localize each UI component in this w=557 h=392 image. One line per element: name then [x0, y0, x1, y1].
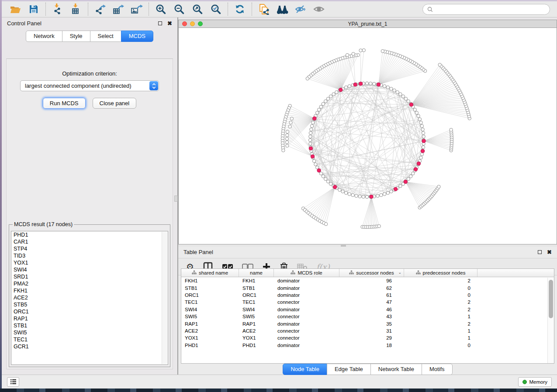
task-history-button[interactable] — [7, 377, 19, 387]
mcds-result-item[interactable]: YOX1 — [11, 259, 168, 266]
table-cell[interactable]: PHD1 — [239, 343, 274, 348]
table-cell[interactable]: 1 — [404, 314, 477, 319]
table-cell[interactable]: connector — [274, 328, 339, 334]
run-mcds-button[interactable]: Run MCDS — [43, 98, 86, 109]
save-session-icon[interactable] — [24, 2, 43, 16]
vertical-splitter-handle[interactable] — [174, 196, 178, 202]
network-window-titlebar[interactable]: YPA_prune.txt_1 — [178, 20, 557, 28]
table-row[interactable]: YOX1YOX1connector291 — [181, 334, 554, 341]
tab-motifs[interactable]: Motifs — [422, 364, 453, 375]
tab-edge-table[interactable]: Edge Table — [327, 364, 371, 375]
result-list-scrollbar[interactable] — [162, 232, 167, 364]
table-cell[interactable]: STB1 — [239, 285, 274, 291]
criterion-dropdown[interactable]: largest connected component (undirected) — [20, 80, 159, 91]
table-cell[interactable]: STB1 — [181, 285, 239, 291]
table-cell[interactable]: 2 — [404, 321, 477, 327]
table-cell[interactable]: dominator — [274, 292, 339, 298]
mcds-result-item[interactable]: PMA2 — [11, 280, 168, 287]
tab-network-table[interactable]: Network Table — [370, 364, 422, 375]
column-header-shared-name[interactable]: shared name — [181, 269, 239, 277]
mcds-result-item[interactable]: FKH1 — [11, 287, 168, 294]
hide-selected-icon[interactable] — [291, 2, 310, 16]
zoom-fit-icon[interactable] — [188, 2, 207, 16]
table-cell[interactable]: dominator — [274, 285, 339, 291]
table-row[interactable]: SWI4SWI4dominator462 — [181, 306, 554, 313]
table-row[interactable]: SWI5SWI5connector431 — [181, 313, 554, 320]
table-cell[interactable]: 18 — [339, 343, 404, 348]
table-cell[interactable]: 2 — [404, 307, 477, 312]
close-panel-icon[interactable]: ✖ — [167, 21, 172, 26]
table-cell[interactable]: ACE2 — [181, 328, 239, 334]
table-row[interactable]: TEC1TEC1connector472 — [181, 299, 554, 306]
table-cell[interactable]: RAP1 — [181, 321, 239, 327]
mcds-result-item[interactable]: RAP1 — [11, 315, 168, 322]
table-cell[interactable]: SWI4 — [239, 307, 274, 312]
table-row[interactable]: STB1STB1dominator620 — [181, 284, 554, 291]
table-cell[interactable]: FKH1 — [181, 278, 239, 283]
table-cell[interactable]: 35 — [339, 321, 404, 327]
close-panel-button[interactable]: Close panel — [93, 98, 137, 109]
table-cell[interactable]: 0 — [404, 292, 477, 298]
table-row[interactable]: ACE2ACE2connector311 — [181, 327, 554, 334]
mcds-result-item[interactable]: TID3 — [11, 252, 168, 259]
table-cell[interactable]: 1 — [404, 328, 477, 334]
mcds-result-item[interactable]: STB5 — [11, 301, 168, 308]
table-cell[interactable]: dominator — [274, 321, 339, 327]
tab-select[interactable]: Select — [90, 31, 121, 42]
table-cell[interactable]: dominator — [274, 278, 339, 283]
mcds-result-item[interactable]: ACE2 — [11, 294, 168, 301]
table-cell[interactable]: TEC1 — [239, 299, 274, 305]
table-cell[interactable]: 1 — [404, 335, 477, 340]
table-cell[interactable]: connector — [274, 314, 339, 319]
table-cell[interactable]: 96 — [339, 278, 404, 283]
mcds-result-item[interactable]: STB1 — [11, 322, 168, 329]
mcds-result-item[interactable]: GCR1 — [11, 343, 168, 350]
search-box[interactable] — [422, 4, 550, 15]
table-cell[interactable]: PHD1 — [181, 343, 239, 348]
first-neighbors-icon[interactable] — [273, 2, 291, 16]
table-cell[interactable]: dominator — [274, 307, 339, 312]
network-view[interactable] — [178, 28, 557, 244]
table-cell[interactable]: YOX1 — [181, 335, 239, 340]
export-network-icon[interactable] — [91, 2, 109, 16]
table-cell[interactable]: ORC1 — [181, 292, 239, 298]
table-cell[interactable]: SWI4 — [181, 307, 239, 312]
network-canvas[interactable] — [179, 28, 557, 244]
column-header-successor-nodes[interactable]: successor nodes⌄ — [339, 269, 404, 277]
table-row[interactable]: RAP1RAP1dominator352 — [181, 320, 554, 327]
table-cell[interactable]: ORC1 — [239, 292, 274, 298]
table-cell[interactable]: SWI5 — [181, 314, 239, 319]
table-cell[interactable]: 0 — [404, 343, 477, 348]
mcds-result-item[interactable]: SWI4 — [11, 266, 168, 273]
table-cell[interactable]: dominator — [274, 343, 339, 348]
import-network-icon[interactable] — [48, 2, 67, 16]
mcds-result-item[interactable]: TEC1 — [11, 336, 168, 343]
mcds-result-item[interactable]: ORC1 — [11, 308, 168, 315]
mcds-result-item[interactable]: STP4 — [11, 245, 168, 252]
table-cell[interactable]: 31 — [339, 328, 404, 334]
mcds-result-item[interactable]: CAR1 — [11, 238, 168, 245]
tab-network[interactable]: Network — [26, 31, 62, 42]
table-row[interactable]: FKH1FKH1dominator962 — [181, 277, 554, 284]
mcds-result-item[interactable]: PHD1 — [11, 231, 168, 238]
table-cell[interactable]: connector — [274, 299, 339, 305]
table-row[interactable]: ORC1ORC1dominator610 — [181, 292, 554, 299]
table-scrollbar-thumb[interactable] — [549, 280, 553, 318]
memory-button[interactable]: Memory — [518, 377, 552, 387]
float-table-panel-icon[interactable] — [538, 250, 542, 254]
column-header-predecessor-nodes[interactable]: predecessor nodes — [404, 269, 477, 277]
open-network-icon[interactable] — [6, 2, 24, 16]
table-cell[interactable]: 2 — [404, 278, 477, 283]
clone-network-icon[interactable] — [255, 2, 273, 16]
table-cell[interactable]: TEC1 — [181, 299, 239, 305]
mcds-result-item[interactable]: SWI5 — [11, 329, 168, 336]
table-cell[interactable]: 62 — [339, 285, 404, 291]
export-table-icon[interactable] — [109, 2, 128, 16]
column-header-MCDS-role[interactable]: MCDS role — [274, 269, 339, 277]
table-row[interactable]: PHD1PHD1dominator180 — [181, 342, 554, 349]
table-cell[interactable]: ACE2 — [239, 328, 274, 334]
close-table-panel-icon[interactable]: ✖ — [547, 249, 552, 255]
tab-style[interactable]: Style — [62, 31, 90, 42]
table-cell[interactable]: 29 — [339, 335, 404, 340]
table-cell[interactable]: 61 — [339, 292, 404, 298]
